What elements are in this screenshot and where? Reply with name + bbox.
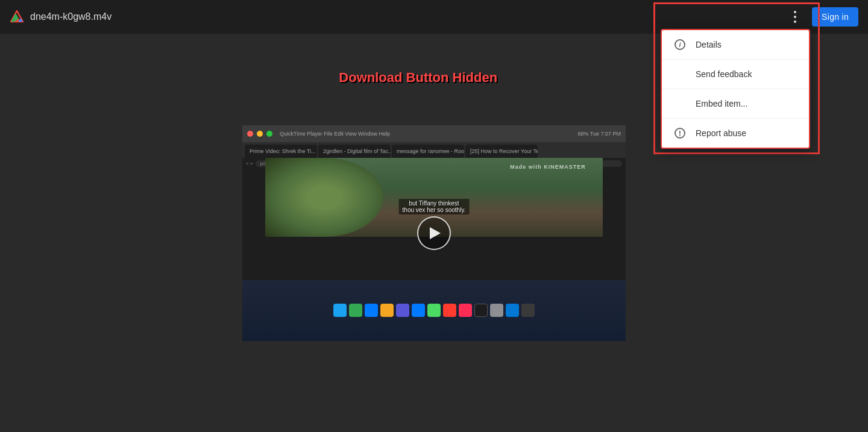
dock-icon-appstore xyxy=(412,304,425,317)
close-dot xyxy=(247,131,253,137)
window-title-bar: QuickTime Player File Edit View Window H… xyxy=(242,125,626,142)
browser-tab-1: Prime Video: Shrek the Ti... xyxy=(245,145,317,158)
kinemaster-watermark: Made with KINEMASTER xyxy=(510,164,586,170)
browser-tabs: Prime Video: Shrek the Ti... 2girdlen - … xyxy=(242,142,626,158)
report-abuse-label: Report abuse xyxy=(696,128,797,138)
send-feedback-label: Send feedback xyxy=(696,69,797,79)
dock-icon-notes xyxy=(380,304,394,317)
dock-icon-photos xyxy=(490,304,503,317)
maximize-dot xyxy=(266,131,272,137)
dock-icon-chrome xyxy=(349,304,362,317)
sign-in-button[interactable]: Sign in xyxy=(812,7,858,27)
mac-status-bar: 68% Tue 7:07 PM xyxy=(577,131,621,137)
dock-icon-app2 xyxy=(459,304,472,317)
dock-icon-discord xyxy=(396,304,409,317)
dock-icon-edge xyxy=(506,304,519,317)
subtitle-line-1: but Tiffany thinkest xyxy=(403,200,466,207)
dropdown-item-report-abuse[interactable]: ! Report abuse xyxy=(662,119,809,148)
dock-icon-safari xyxy=(365,304,378,317)
inner-screenshot: QuickTime Player File Edit View Window H… xyxy=(242,125,626,281)
details-label: Details xyxy=(696,40,797,49)
subtitle-line-2: thou vex her so soothly. xyxy=(403,207,466,213)
three-dots-icon xyxy=(794,11,796,23)
annotation-text: Download Button Hidden xyxy=(339,70,497,86)
header-left: dne4m-k0gw8.m4v xyxy=(10,10,112,24)
dock-icon-app1 xyxy=(443,304,456,317)
file-title: dne4m-k0gw8.m4v xyxy=(30,11,112,22)
dock-icon-terminal xyxy=(474,304,488,317)
video-subtitles: but Tiffany thinkest thou vex her so soo… xyxy=(399,199,470,214)
header-right: Sign in xyxy=(783,5,858,29)
warning-icon: ! xyxy=(674,127,686,139)
mac-dock xyxy=(242,280,626,340)
embed-icon xyxy=(674,98,686,110)
dropdown-menu: i Details Send feedback Embed item... ! … xyxy=(661,29,810,149)
drive-icon xyxy=(10,10,24,24)
browser-tab-2: 2girdlen - Digital film of Tac... xyxy=(318,145,391,158)
dropdown-item-embed[interactable]: Embed item... xyxy=(662,89,809,119)
info-icon: i xyxy=(674,39,686,51)
more-options-button[interactable] xyxy=(783,5,807,29)
browser-tab-3: message for ranomee - Roo... xyxy=(392,145,464,158)
dropdown-item-details[interactable]: i Details xyxy=(662,30,809,60)
minimize-dot xyxy=(257,131,263,137)
browser-tab-4: [25] How to Recover Your Ter... xyxy=(465,145,538,158)
embed-item-label: Embed item... xyxy=(696,99,797,108)
dropdown-item-send-feedback[interactable]: Send feedback xyxy=(662,60,809,89)
dock-icon-messages xyxy=(427,304,441,317)
dock-icon-trash xyxy=(521,304,535,317)
dock-icon-finder xyxy=(333,304,347,317)
feedback-icon xyxy=(674,68,686,80)
video-container: QuickTime Player File Edit View Window H… xyxy=(242,125,626,341)
quicktime-title: QuickTime Player File Edit View Window H… xyxy=(280,131,390,137)
play-button[interactable] xyxy=(417,216,451,250)
